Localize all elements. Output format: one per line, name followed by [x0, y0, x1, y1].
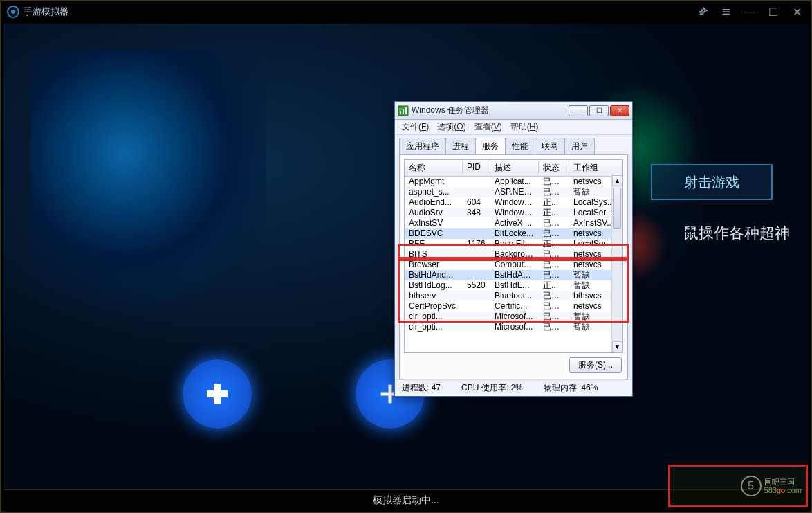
tagline-text: 鼠操作各种超神 — [683, 223, 790, 244]
table-row[interactable]: clr_opti...Microsof...已停止暂缺 — [405, 312, 622, 322]
services-button[interactable]: 服务(S)... — [569, 357, 622, 373]
tm-services-table: 名称 PID 描述 状态 工作组 AppMgmtApplicat...已停止ne… — [404, 159, 623, 353]
tm-tab[interactable]: 应用程序 — [399, 138, 446, 154]
emulator-title: 手游模拟器 — [24, 6, 68, 18]
col-name[interactable]: 名称 — [405, 160, 463, 176]
col-pid[interactable]: PID — [463, 160, 490, 176]
watermark-text: 网吧三国 583go.com — [764, 478, 802, 494]
table-row[interactable]: aspnet_s...ASP.NET ...已停止暂缺 — [405, 187, 622, 197]
tm-tab[interactable]: 用户 — [564, 138, 595, 154]
scrollbar-thumb[interactable] — [613, 188, 621, 229]
tm-menu-h[interactable]: 帮助(H) — [508, 120, 542, 134]
tm-body: 名称 PID 描述 状态 工作组 AppMgmtApplicat...已停止ne… — [399, 154, 628, 379]
emulator-window: 手游模拟器 — ☐ ✕ 射击游戏 鼠操作各种超神 模拟器启动中... — [0, 0, 812, 513]
tm-app-icon — [398, 105, 409, 116]
pin-icon[interactable] — [694, 3, 711, 20]
tm-statusbar: 进程数: 47 CPU 使用率: 2% 物理内存: 46% — [395, 379, 632, 396]
minimize-icon[interactable]: — — [741, 3, 758, 20]
table-row[interactable]: BFE1176Base Fil...正...LocalSer... — [405, 239, 622, 249]
emulator-titlebar: 手游模拟器 — ☐ ✕ — [1, 1, 811, 22]
scroll-down-icon[interactable]: ▼ — [612, 341, 622, 352]
emulator-logo-icon — [7, 6, 19, 18]
tm-tabs: 应用程序进程服务性能联网用户 — [395, 135, 632, 154]
watermark-line1: 网吧三国 — [764, 478, 802, 486]
table-row[interactable]: BstHdLog...5520BstHdLog...正...暂缺 — [405, 280, 622, 291]
menu-icon[interactable] — [718, 3, 735, 20]
scroll-up-icon[interactable]: ▲ — [612, 175, 622, 186]
table-row[interactable]: BrowserComputer...已停止netsvcs — [405, 260, 622, 270]
watermark-logo-icon: 5 — [741, 476, 762, 496]
shooter-games-button[interactable]: 射击游戏 — [651, 164, 773, 200]
col-group[interactable]: 工作组 — [569, 160, 622, 176]
maximize-icon[interactable]: ☐ — [765, 3, 782, 20]
close-icon[interactable]: ✕ — [788, 3, 805, 20]
tm-tab[interactable]: 性能 — [505, 138, 535, 154]
tm-minimize-button[interactable]: — — [569, 105, 588, 116]
watermark-highlight-box: 5 网吧三国 583go.com — [668, 465, 808, 507]
svg-rect-7 — [403, 109, 404, 114]
tm-tab[interactable]: 进程 — [445, 138, 476, 154]
col-status[interactable]: 状态 — [539, 160, 569, 176]
tm-tab[interactable]: 服务 — [475, 138, 506, 154]
svg-rect-6 — [400, 111, 401, 114]
status-text: 模拟器启动中... — [373, 494, 439, 507]
table-row[interactable]: BstHdAnd...BstHdAnd...已停止暂缺 — [405, 270, 622, 280]
cpu-usage: CPU 使用率: 2% — [461, 382, 523, 394]
table-row[interactable]: AudioSrv348Windows ...正...LocalSer... — [405, 208, 622, 218]
tm-menu-v[interactable]: 查看(V) — [472, 120, 505, 134]
task-manager-window[interactable]: Windows 任务管理器 — ☐ ✕ 文件(F)选项(O)查看(V)帮助(H)… — [394, 101, 633, 397]
launcher-buttons-row — [183, 359, 425, 429]
tm-menu-o[interactable]: 选项(O) — [434, 120, 468, 134]
table-row[interactable]: AxInstSVActiveX ...已停止AxInstSV... — [405, 218, 622, 228]
tm-menu-f[interactable]: 文件(F) — [399, 120, 432, 134]
tm-maximize-button[interactable]: ☐ — [589, 105, 609, 116]
tm-close-button[interactable]: ✕ — [610, 105, 629, 116]
tm-menubar: 文件(F)选项(O)查看(V)帮助(H) — [395, 120, 632, 135]
dpad-button[interactable] — [183, 359, 252, 429]
process-count: 进程数: 47 — [402, 382, 441, 394]
watermark-line2: 583go.com — [764, 486, 802, 494]
table-row[interactable]: AppMgmtApplicat...已停止netsvcs — [405, 177, 622, 187]
table-row[interactable]: BITSBackgrou...已停止netsvcs — [405, 249, 622, 260]
svg-rect-8 — [405, 107, 407, 114]
table-row[interactable]: BDESVCBitLocke...已停止netsvcs — [405, 228, 622, 239]
tm-title: Windows 任务管理器 — [412, 105, 489, 116]
table-row[interactable]: clr_opti...Microsof...已停止暂缺 — [405, 322, 622, 332]
memory-usage: 物理内存: 46% — [544, 382, 598, 394]
col-desc[interactable]: 描述 — [490, 160, 539, 176]
table-row[interactable]: AudioEnd...604Windows ...正...LocalSys... — [405, 197, 622, 208]
tm-titlebar[interactable]: Windows 任务管理器 — ☐ ✕ — [395, 102, 632, 120]
table-row[interactable]: bthservBluetoot...已停止bthsvcs — [405, 291, 622, 301]
tm-table-header: 名称 PID 描述 状态 工作组 — [405, 160, 622, 177]
tm-rows: AppMgmtApplicat...已停止netsvcsaspnet_s...A… — [405, 177, 622, 332]
table-row[interactable]: CertPropSvcCertific...已停止netsvcs — [405, 301, 622, 312]
tm-scrollbar[interactable]: ▲ ▼ — [611, 175, 622, 352]
tm-tab[interactable]: 联网 — [535, 138, 565, 154]
